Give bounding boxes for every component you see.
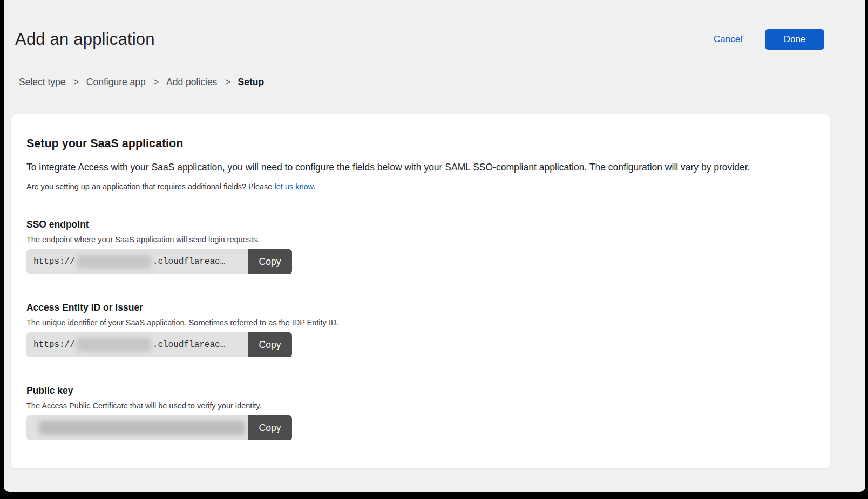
- sso-endpoint-description: The endpoint where your SaaS application…: [26, 235, 815, 244]
- public-key-label: Public key: [26, 385, 815, 397]
- breadcrumb-separator: >: [225, 77, 230, 88]
- breadcrumb-separator: >: [73, 77, 79, 88]
- header-actions: Cancel Done: [714, 29, 824, 50]
- public-key-value: [26, 415, 248, 440]
- page-header: Add an application Cancel Done: [4, 0, 865, 50]
- breadcrumb-step-setup: Setup: [238, 77, 265, 88]
- value-suffix: .cloudflareac…: [153, 257, 225, 266]
- app-frame: Add an application Cancel Done Select ty…: [4, 0, 865, 492]
- card-heading: Setup your SaaS application: [26, 137, 815, 151]
- breadcrumb-separator: >: [153, 77, 159, 88]
- access-entity-id-copy-button[interactable]: Copy: [248, 332, 292, 357]
- access-entity-id-label: Access Entity ID or Issuer: [26, 302, 815, 313]
- sso-endpoint-value: https://.cloudflareac…: [26, 249, 248, 274]
- breadcrumb-step-configure-app[interactable]: Configure app: [86, 77, 146, 88]
- redacted-value: [39, 421, 245, 435]
- setup-card: Setup your SaaS application To integrate…: [11, 114, 830, 469]
- breadcrumb: Select type > Configure app > Add polici…: [19, 77, 865, 88]
- breadcrumb-step-select-type[interactable]: Select type: [19, 77, 66, 88]
- public-key-section: Public key The Access Public Certificate…: [26, 385, 815, 440]
- access-entity-id-value: https://.cloudflareac…: [26, 332, 248, 357]
- access-entity-id-description: The unique identifier of your SaaS appli…: [26, 318, 815, 327]
- public-key-description: The Access Public Certificate that will …: [26, 401, 815, 410]
- sso-endpoint-copy-button[interactable]: Copy: [248, 249, 292, 274]
- public-key-field: Copy: [26, 415, 292, 440]
- value-suffix: .cloudflareac…: [153, 340, 225, 350]
- sso-endpoint-section: SSO endpoint The endpoint where your Saa…: [26, 219, 815, 274]
- let-us-know-link[interactable]: let us know.: [274, 182, 315, 191]
- access-entity-id-field: https://.cloudflareac… Copy: [26, 332, 292, 357]
- card-note-text: Are you setting up an application that r…: [26, 182, 274, 191]
- cancel-button[interactable]: Cancel: [714, 34, 742, 45]
- breadcrumb-step-add-policies[interactable]: Add policies: [166, 77, 217, 88]
- redacted-value: [77, 338, 151, 352]
- value-prefix: https://: [33, 257, 75, 266]
- card-note: Are you setting up an application that r…: [26, 182, 815, 191]
- done-button[interactable]: Done: [765, 29, 824, 50]
- sso-endpoint-field: https://.cloudflareac… Copy: [26, 249, 292, 274]
- access-entity-id-section: Access Entity ID or Issuer The unique id…: [26, 302, 815, 357]
- public-key-copy-button[interactable]: Copy: [248, 415, 292, 440]
- card-description: To integrate Access with your SaaS appli…: [26, 162, 815, 173]
- sso-endpoint-label: SSO endpoint: [26, 219, 815, 230]
- redacted-value: [77, 255, 151, 269]
- value-prefix: https://: [33, 340, 75, 350]
- page-title: Add an application: [15, 30, 155, 49]
